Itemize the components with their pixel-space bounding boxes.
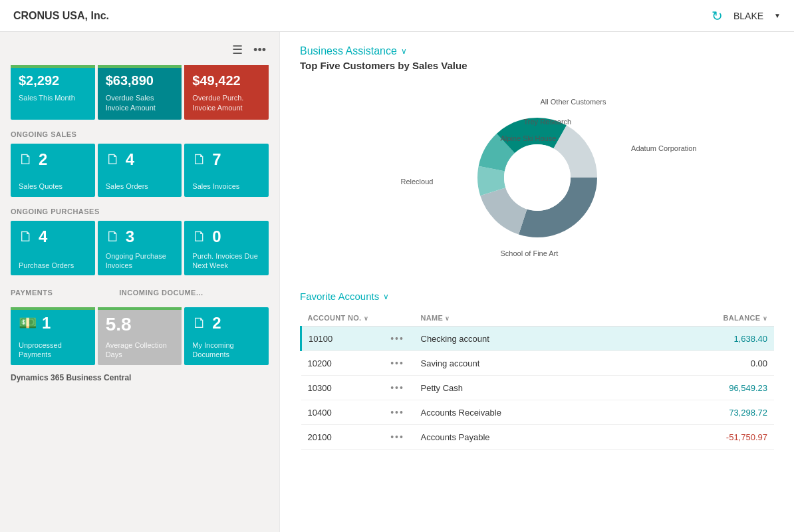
payments-indicator [11, 307, 95, 310]
favorite-accounts-title[interactable]: Favorite Accounts [300, 291, 379, 302]
col-header-account-no[interactable]: ACCOUNT NO. ∨ [301, 310, 381, 327]
table-row[interactable]: 10200•••Saving account0.00 [301, 351, 775, 376]
business-assistance-caret[interactable]: ∨ [401, 47, 407, 56]
chart-title: Top Five Customers by Sales Value [300, 60, 774, 71]
refresh-icon[interactable]: ↻ [712, 8, 723, 24]
label-trey: Trey Research [524, 118, 572, 126]
ongoing-purchases-tiles: 🗋 4 Purchase Orders 🗋 3 Ongoing Purchase… [11, 221, 269, 276]
cell-dots[interactable]: ••• [381, 351, 414, 376]
label-alpine: Alpine Ski House [501, 134, 557, 142]
company-name: CRONUS USA, Inc. [13, 10, 109, 22]
row-more-button[interactable]: ••• [390, 407, 404, 418]
doc-icon-invoices: 🗋 [192, 151, 207, 168]
user-name[interactable]: BLAKE [733, 11, 763, 21]
row-more-button[interactable]: ••• [390, 382, 404, 393]
label-all-other: All Other Customers [541, 98, 606, 106]
avg-collection-days-tile[interactable]: 5.8 Average Collection Days [98, 307, 182, 365]
table-row[interactable]: 20100•••Accounts Payable-51,750.97 [301, 425, 775, 450]
kpi-tile-sales-month[interactable]: $2,292 Sales This Month [11, 65, 95, 120]
table-row[interactable]: 10400•••Accounts Receivable73,298.72 [301, 400, 775, 425]
label-adatum: Adatum Corporation [631, 144, 696, 152]
kpi-label-overdue-sales: Overdue Sales Invoice Amount [106, 94, 156, 112]
business-assistance-header: Business Assistance ∨ [300, 45, 774, 57]
avg-collection-days-value: 5.8 [106, 314, 132, 334]
user-caret-icon[interactable]: ▼ [774, 12, 781, 19]
top-bar-right: ↻ BLAKE ▼ [712, 8, 781, 24]
sales-quotes-tile[interactable]: 🗋 2 Sales Quotes [11, 144, 95, 197]
cell-account-name: Saving account [414, 351, 638, 376]
doc-icon-quotes: 🗋 [19, 151, 33, 168]
my-incoming-docs-count: 2 [212, 314, 221, 332]
kpi-tile-overdue-purch[interactable]: $49,422 Overdue Purch. Invoice Amount [184, 65, 269, 120]
table-row[interactable]: 10300•••Petty Cash96,549.23 [301, 376, 775, 400]
table-row[interactable]: 10100•••Checking account1,638.40 [301, 327, 775, 351]
doc-icon-po: 🗋 [19, 228, 33, 245]
accounts-table: ACCOUNT NO. ∨ NAME ∨ BALANCE ∨ 10100•••C… [300, 310, 774, 450]
cell-balance: -51,750.97 [637, 425, 774, 450]
doc-icon-orders: 🗋 [106, 151, 120, 168]
sales-orders-tile[interactable]: 🗋 4 Sales Orders [98, 144, 182, 197]
donut-chart [471, 111, 604, 244]
kpi-value-sales-month: $2,292 [19, 73, 88, 88]
row-more-button[interactable]: ••• [390, 333, 404, 344]
kpi-indicator-green [11, 65, 95, 68]
cell-dots[interactable]: ••• [381, 400, 414, 425]
cell-account-no: 20100 [301, 425, 381, 450]
purchase-orders-tile[interactable]: 🗋 4 Purchase Orders [11, 221, 95, 276]
ongoing-purchases-heading: ONGOING PURCHASES [11, 207, 269, 215]
cell-balance: 1,638.40 [637, 327, 774, 351]
more-icon[interactable]: ••• [253, 43, 266, 57]
my-incoming-docs-label: My Incoming Documents [192, 340, 262, 360]
business-assistance-title[interactable]: Business Assistance [300, 45, 397, 57]
kpi-label-sales-month: Sales This Month [19, 94, 75, 102]
kpi-indicator-red [184, 65, 269, 68]
purch-invoices-next-week-label: Purch. Invoices Due Next Week [192, 251, 262, 271]
row-more-button[interactable]: ••• [390, 358, 404, 368]
doc-icon-piw: 🗋 [192, 228, 207, 245]
cell-account-no: 10200 [301, 351, 381, 376]
hamburger-icon[interactable]: ☰ [232, 43, 243, 57]
doc-icon-ongoing-pi: 🗋 [106, 228, 120, 245]
kpi-tiles: $2,292 Sales This Month $63,890 Overdue … [11, 65, 269, 120]
ongoing-purch-invoices-tile[interactable]: 🗋 3 Ongoing Purchase Invoices [98, 221, 182, 276]
cell-account-name: Accounts Payable [414, 425, 638, 450]
payments-heading: PAYMENTS [11, 289, 53, 297]
my-incoming-docs-tile[interactable]: 🗋 2 My Incoming Documents [184, 307, 269, 365]
cell-account-no: 10400 [301, 400, 381, 425]
sort-icon-acct: ∨ [364, 315, 368, 322]
favorite-accounts-header: Favorite Accounts ∨ [300, 291, 774, 302]
col-header-name[interactable]: NAME ∨ [414, 310, 638, 327]
main-layout: ☰ ••• $2,292 Sales This Month $63,890 Ov… [0, 32, 794, 532]
col-header-balance[interactable]: BALANCE ∨ [637, 310, 774, 327]
purch-invoices-next-week-count: 0 [212, 227, 221, 246]
sales-invoices-label: Sales Invoices [192, 182, 262, 191]
ongoing-purch-invoices-label: Ongoing Purchase Invoices [106, 251, 176, 271]
cell-dots[interactable]: ••• [381, 425, 414, 450]
left-panel: ☰ ••• $2,292 Sales This Month $63,890 Ov… [0, 32, 279, 532]
incoming-docs-heading: INCOMING DOCUME... [119, 289, 203, 297]
cell-account-no: 10100 [301, 327, 381, 351]
cell-balance: 0.00 [637, 351, 774, 376]
cell-account-no: 10300 [301, 376, 381, 400]
purch-invoices-next-week-tile[interactable]: 🗋 0 Purch. Invoices Due Next Week [184, 221, 269, 276]
label-school: School of Fine Art [501, 249, 559, 257]
payments-incoming-tiles: 💵 1 Unprocessed Payments 5.8 Average Col… [11, 307, 269, 365]
sales-invoices-count: 7 [212, 150, 221, 169]
purchase-orders-label: Purchase Orders [19, 261, 88, 270]
label-relecloud: Relecloud [401, 178, 434, 186]
ongoing-sales-tiles: 🗋 2 Sales Quotes 🗋 4 Sales Orders 🗋 7 [11, 144, 269, 197]
row-more-button[interactable]: ••• [390, 432, 404, 442]
cell-dots[interactable]: ••• [381, 376, 414, 400]
cell-account-name: Accounts Receivable [414, 400, 638, 425]
sales-invoices-tile[interactable]: 🗋 7 Sales Invoices [184, 144, 269, 197]
unprocessed-payments-tile[interactable]: 💵 1 Unprocessed Payments [11, 307, 95, 365]
sort-icon-name: ∨ [445, 315, 450, 322]
cell-dots[interactable]: ••• [381, 327, 414, 351]
kpi-tile-overdue-sales[interactable]: $63,890 Overdue Sales Invoice Amount [98, 65, 182, 120]
right-panel: Business Assistance ∨ Top Five Customers… [279, 32, 794, 532]
kpi-indicator-green2 [98, 65, 182, 68]
favorite-accounts-caret[interactable]: ∨ [383, 292, 389, 301]
cell-balance: 96,549.23 [637, 376, 774, 400]
purchase-orders-count: 4 [39, 227, 47, 246]
ongoing-sales-heading: ONGOING SALES [11, 130, 269, 138]
